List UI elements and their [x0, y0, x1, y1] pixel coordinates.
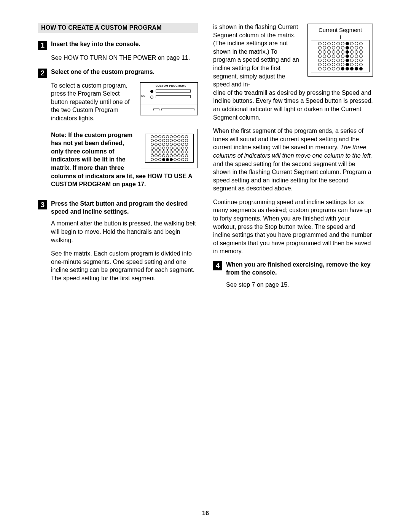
matrix-dot — [350, 67, 354, 70]
matrix-dot — [327, 54, 331, 58]
matrix-dot — [177, 158, 180, 161]
matrix-dot — [318, 67, 322, 70]
matrix-dot — [336, 50, 340, 54]
step-number-2: 2 — [38, 69, 47, 78]
matrix-dot — [327, 67, 331, 70]
matrix-dot — [341, 46, 344, 50]
matrix-dot — [336, 46, 340, 50]
matrix-dot — [166, 147, 169, 150]
matrix-dot — [170, 135, 173, 138]
matrix-dot — [346, 42, 349, 45]
matrix-dot — [336, 67, 340, 70]
matrix-dot — [162, 135, 165, 138]
led-indicator-off — [150, 96, 153, 99]
matrix-dot — [166, 158, 169, 161]
matrix-dot — [151, 147, 154, 150]
matrix-dot — [350, 46, 354, 50]
right-column: Current Segment is shown in the flashing… — [213, 23, 373, 295]
matrix-dot — [332, 46, 335, 50]
matrix-dot — [318, 63, 322, 66]
matrix-dot — [155, 158, 158, 161]
matrix-dot — [170, 143, 173, 146]
matrix-dot — [332, 42, 335, 45]
matrix-dot — [355, 54, 358, 58]
page-number: 16 — [0, 510, 411, 517]
matrix-dot — [341, 63, 344, 66]
matrix-dot — [151, 139, 154, 142]
matrix-dot — [359, 50, 363, 54]
matrix-dot — [185, 150, 188, 153]
matrix-dot — [323, 63, 326, 66]
matrix-dot — [318, 42, 322, 45]
led-indicator-on — [150, 90, 153, 93]
matrix-dot — [155, 135, 158, 138]
matrix-row — [147, 147, 192, 150]
step-2-title: Select one of the custom programs. — [51, 68, 155, 76]
matrix-dot — [155, 143, 158, 146]
matrix-dot — [177, 154, 180, 157]
matrix-dot — [170, 150, 173, 153]
matrix-dot — [158, 147, 161, 150]
figure-custom-programs-console: CUSTOM PROGRAMS NG — [140, 82, 198, 115]
step-1: 1 Insert the key into the console. See H… — [38, 40, 198, 62]
matrix-dot — [177, 147, 180, 150]
matrix-dot — [359, 46, 363, 50]
matrix-dot — [181, 158, 184, 161]
matrix-row — [313, 50, 367, 54]
matrix-dot — [318, 59, 322, 62]
matrix-row — [313, 54, 367, 58]
matrix-dot — [174, 150, 177, 153]
matrix-dot — [177, 143, 180, 146]
matrix-dot — [174, 158, 177, 161]
section-title: HOW TO CREATE A CUSTOM PROGRAM — [38, 23, 198, 33]
matrix-dot — [350, 50, 354, 54]
matrix-dot — [355, 63, 358, 66]
matrix-row — [313, 42, 367, 45]
matrix-dot — [327, 42, 331, 45]
matrix-dot — [332, 67, 335, 70]
matrix-dot — [185, 135, 188, 138]
left-column: HOW TO CREATE A CUSTOM PROGRAM 1 Insert … — [38, 23, 198, 295]
matrix-dot — [170, 139, 173, 142]
step-3-body-2c: cline of the treadmill as desired by pre… — [213, 89, 373, 121]
matrix-dot — [155, 139, 158, 142]
fig-cprog-header: CUSTOM PROGRAMS — [156, 84, 186, 88]
matrix-dot — [346, 67, 349, 70]
step-4-title: When you are finished exercising, remove… — [226, 261, 373, 277]
step-3-title: Press the Start button and program the d… — [51, 200, 198, 216]
matrix-dot — [359, 54, 363, 58]
matrix-dot — [350, 42, 354, 45]
matrix-dot — [166, 143, 169, 146]
matrix-dot — [346, 54, 349, 58]
step-2: 2 Select one of the custom programs. CUS… — [38, 68, 198, 194]
matrix-dot — [174, 154, 177, 157]
step-3-body-3b: and the speed setting for the second seg… — [213, 161, 371, 192]
matrix-dot — [158, 135, 161, 138]
matrix-dot — [177, 150, 180, 153]
matrix-dot — [162, 147, 165, 150]
matrix-dot — [341, 42, 344, 45]
matrix-dot — [327, 50, 331, 54]
matrix-dot — [158, 143, 161, 146]
matrix-dot — [332, 54, 335, 58]
current-segment-pointer — [340, 35, 341, 39]
matrix-dot — [355, 42, 358, 45]
matrix-dot — [336, 54, 340, 58]
matrix-dot — [341, 54, 344, 58]
step-3-body-2b: is shown in the flashing Current Segment… — [213, 24, 299, 88]
matrix-dot — [158, 158, 161, 161]
matrix-dot — [185, 147, 188, 150]
matrix-dot — [332, 63, 335, 66]
matrix-row — [313, 63, 367, 66]
matrix-dot — [185, 143, 188, 146]
matrix-dot — [181, 150, 184, 153]
matrix-dot — [323, 42, 326, 45]
matrix-dot — [323, 67, 326, 70]
matrix-dot — [350, 63, 354, 66]
step-number-1: 1 — [38, 41, 47, 50]
matrix-dot — [181, 154, 184, 157]
matrix-dot — [350, 59, 354, 62]
matrix-dot — [170, 147, 173, 150]
matrix-dot — [327, 63, 331, 66]
matrix-dot — [151, 154, 154, 157]
